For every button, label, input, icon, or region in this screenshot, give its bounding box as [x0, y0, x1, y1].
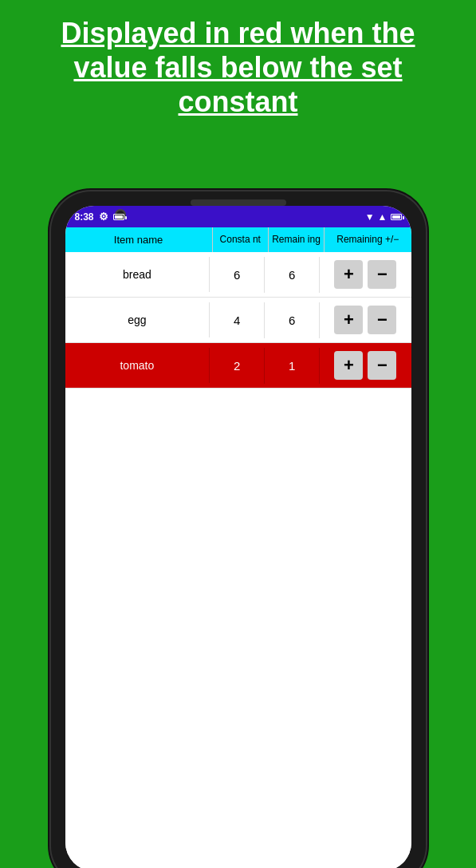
- row-constant: 6: [210, 257, 265, 293]
- plus-button[interactable]: +: [334, 351, 363, 380]
- row-actions-highlight: + −: [320, 343, 411, 388]
- table-row: egg 4 6 + −: [65, 298, 411, 343]
- col-header-remaining: Remain ing: [269, 227, 325, 252]
- table-row-highlight: tomato 2 1 + −: [65, 343, 411, 389]
- row-constant: 4: [210, 302, 265, 338]
- status-time: 8:38: [75, 211, 94, 223]
- gear-icon: ⚙: [99, 211, 108, 223]
- row-item-name: egg: [65, 302, 210, 337]
- row-actions: + −: [320, 252, 411, 297]
- signal-icon: ▲: [378, 211, 387, 223]
- col-header-item-name: Item name: [65, 227, 213, 252]
- table-header: Item name Consta nt Remain ing Remaining…: [65, 227, 411, 252]
- minus-button[interactable]: −: [368, 351, 396, 380]
- status-battery: [391, 211, 402, 223]
- row-actions: + −: [320, 298, 411, 342]
- phone-frame: 8:38 ⚙ ▼ ▲ Item name: [51, 191, 426, 868]
- header-title: Displayed in red when the value falls be…: [0, 0, 476, 132]
- battery-icon-right: [391, 214, 402, 220]
- table-row: bread 6 6 + −: [65, 252, 411, 298]
- row-remaining-highlight: 1: [265, 348, 320, 384]
- col-header-actions: Remaining +/−: [325, 227, 411, 252]
- phone-screen: 8:38 ⚙ ▼ ▲ Item name: [65, 206, 411, 868]
- wifi-icon: ▼: [365, 211, 375, 223]
- plus-button[interactable]: +: [334, 260, 363, 289]
- row-item-name: bread: [65, 257, 210, 292]
- screen-empty-area: [65, 389, 411, 868]
- row-constant-highlight: 2: [210, 348, 265, 384]
- row-remaining: 6: [265, 257, 320, 293]
- phone-top-speaker: [191, 199, 286, 206]
- battery-icon: [113, 214, 124, 220]
- row-remaining: 6: [265, 302, 320, 338]
- minus-button[interactable]: −: [368, 260, 396, 289]
- row-item-name-highlight: tomato: [65, 348, 210, 383]
- col-header-constant: Consta nt: [213, 227, 269, 252]
- status-right: ▼ ▲: [365, 211, 402, 223]
- minus-button[interactable]: −: [368, 306, 396, 334]
- plus-button[interactable]: +: [334, 306, 363, 334]
